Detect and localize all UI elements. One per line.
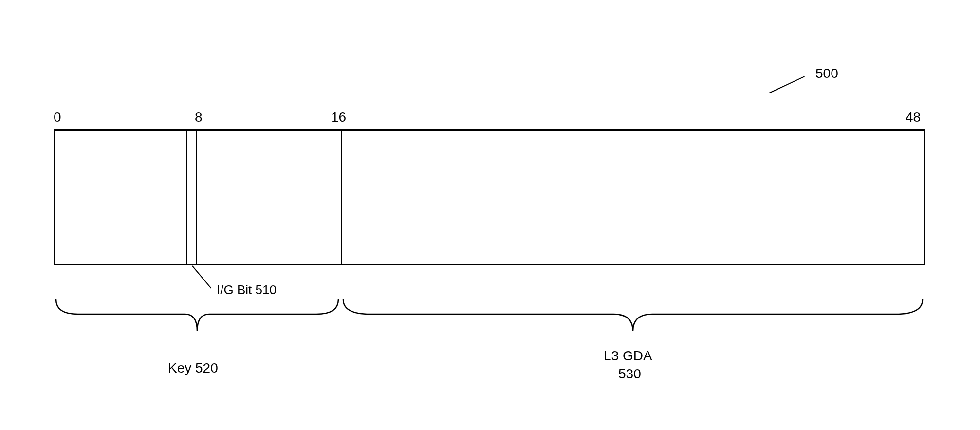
reference-line bbox=[769, 76, 805, 93]
divider-bit-16 bbox=[341, 129, 342, 265]
bit-field-diagram: 500 0 8 16 48 I/G Bit 510 Key 520 L3 GDA… bbox=[49, 39, 925, 390]
bit-field-rectangle bbox=[54, 129, 925, 265]
gda-brace bbox=[341, 297, 925, 336]
key-field-label: Key 520 bbox=[168, 360, 218, 376]
bit-position-0: 0 bbox=[54, 110, 61, 125]
ig-bit-divider-right bbox=[196, 129, 197, 265]
bit-position-8: 8 bbox=[195, 110, 203, 125]
curly-brace-icon bbox=[341, 297, 925, 336]
ig-bit-callout-line bbox=[192, 265, 211, 288]
bit-position-48: 48 bbox=[906, 110, 921, 125]
gda-field-label-line2: 530 bbox=[618, 366, 641, 382]
bit-position-16: 16 bbox=[331, 110, 346, 125]
curly-brace-icon bbox=[54, 297, 341, 336]
ig-bit-label: I/G Bit 510 bbox=[217, 282, 277, 298]
gda-field-label-line1: L3 GDA bbox=[604, 348, 652, 364]
reference-number: 500 bbox=[815, 66, 838, 81]
ig-bit-divider-left bbox=[186, 129, 187, 265]
key-brace bbox=[54, 297, 341, 336]
